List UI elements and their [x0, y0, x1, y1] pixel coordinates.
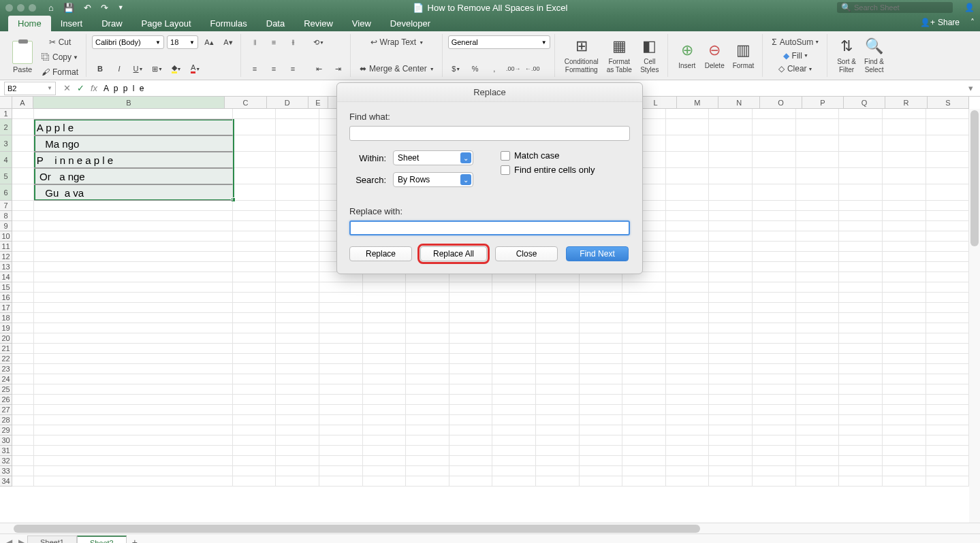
row-header-31[interactable]: 31	[0, 446, 12, 456]
col-header-E[interactable]: E	[309, 97, 328, 109]
cell[interactable]	[233, 119, 276, 135]
comma-icon[interactable]: ,	[486, 62, 503, 76]
paste-button[interactable]: Paste	[10, 39, 35, 75]
minimize-window-icon[interactable]	[17, 4, 25, 12]
cell[interactable]	[233, 109, 276, 119]
delete-cells-button[interactable]: ⊖Delete	[701, 40, 729, 71]
cell[interactable]	[666, 152, 710, 168]
row-header-14[interactable]: 14	[0, 272, 12, 282]
collapse-ribbon-icon[interactable]: ˄	[970, 18, 975, 27]
find-next-button[interactable]: Find Next	[566, 246, 629, 261]
increase-font-icon[interactable]: A▴	[201, 35, 217, 49]
row-header-21[interactable]: 21	[0, 344, 12, 354]
increase-indent-icon[interactable]: ⇥	[330, 62, 346, 76]
add-sheet-icon[interactable]: +	[127, 537, 143, 544]
format-as-table-button[interactable]: ▦Format as Table	[603, 36, 636, 76]
row-header-2[interactable]: 2	[0, 119, 12, 135]
cell[interactable]	[839, 135, 883, 152]
font-size-select[interactable]: 18▼	[167, 35, 198, 49]
cell[interactable]	[276, 109, 319, 119]
row-header-28[interactable]: 28	[0, 415, 12, 425]
row-header-6[interactable]: 6	[0, 184, 12, 201]
cell[interactable]	[883, 109, 926, 119]
orientation-icon[interactable]: ⟲▼	[311, 35, 327, 49]
row-header-19[interactable]: 19	[0, 323, 12, 333]
row-header-29[interactable]: 29	[0, 425, 12, 435]
insert-cells-button[interactable]: ⊕Insert	[674, 40, 701, 71]
cell[interactable]	[709, 168, 753, 184]
match-case-checkbox[interactable]: Match case	[501, 150, 595, 161]
increase-decimal-icon[interactable]: .00→	[505, 62, 522, 76]
row-header-9[interactable]: 9	[0, 221, 12, 231]
home-icon[interactable]: ⌂	[48, 3, 54, 13]
cell[interactable]	[883, 168, 926, 184]
close-window-icon[interactable]	[5, 4, 13, 12]
row-header-15[interactable]: 15	[0, 282, 12, 293]
tab-draw[interactable]: Draw	[92, 16, 131, 31]
col-header-A[interactable]: A	[12, 97, 33, 109]
cell[interactable]	[666, 168, 710, 184]
maximize-window-icon[interactable]	[29, 4, 36, 12]
decrease-decimal-icon[interactable]: ←.00	[524, 62, 541, 76]
copy-button[interactable]: ⿻Copy▼	[38, 50, 82, 64]
cell-A2[interactable]	[12, 119, 34, 135]
align-top-icon[interactable]: ⫴	[247, 35, 263, 49]
expand-formula-icon[interactable]: ▾	[964, 83, 977, 93]
row-header-25[interactable]: 25	[0, 384, 12, 395]
row-header-30[interactable]: 30	[0, 435, 12, 446]
clear-button[interactable]: ◇Clear▼	[768, 62, 823, 76]
merge-center-button[interactable]: ⬌Merge & Center▼	[356, 62, 438, 76]
save-icon[interactable]: 💾	[63, 3, 74, 13]
cell-A5[interactable]	[12, 168, 34, 184]
cell-A1[interactable]	[12, 109, 34, 119]
row-header-32[interactable]: 32	[0, 456, 12, 466]
cell[interactable]	[753, 109, 796, 119]
cell[interactable]	[666, 184, 710, 201]
cell[interactable]	[753, 135, 796, 152]
cut-button[interactable]: ✂Cut	[38, 35, 82, 49]
tab-review[interactable]: Review	[294, 16, 343, 31]
row-header-5[interactable]: 5	[0, 168, 12, 184]
decrease-indent-icon[interactable]: ⇤	[311, 62, 327, 76]
row-header-4[interactable]: 4	[0, 152, 12, 168]
col-header-N[interactable]: N	[718, 97, 760, 109]
cell[interactable]	[753, 152, 796, 168]
col-header-C[interactable]: C	[225, 97, 266, 109]
autosum-button[interactable]: ΣAutoSum▼	[768, 35, 823, 49]
col-header-D[interactable]: D	[267, 97, 309, 109]
font-name-select[interactable]: Calibri (Body)▼	[92, 35, 164, 49]
cell[interactable]	[233, 184, 276, 201]
cell-styles-button[interactable]: ◧Cell Styles	[636, 36, 663, 76]
row-header-18[interactable]: 18	[0, 313, 12, 323]
align-bottom-icon[interactable]: ⫵	[285, 35, 301, 49]
cell[interactable]	[883, 184, 926, 201]
percent-icon[interactable]: %	[467, 62, 484, 76]
close-button[interactable]: Close	[495, 246, 558, 261]
number-format-select[interactable]: General▼	[448, 35, 550, 49]
fill-color-button[interactable]: ◆▼	[168, 62, 185, 76]
currency-icon[interactable]: $▼	[448, 62, 464, 76]
cell[interactable]	[883, 119, 926, 135]
replace-with-input[interactable]	[349, 220, 630, 235]
name-box[interactable]: B2▼	[4, 82, 56, 95]
sheet-tab-2[interactable]: Sheet2	[77, 536, 127, 544]
cell[interactable]	[796, 168, 840, 184]
row-header-20[interactable]: 20	[0, 333, 12, 344]
tab-developer[interactable]: Developer	[381, 16, 440, 31]
share-button[interactable]: 👤+Share	[920, 18, 960, 27]
cell[interactable]	[709, 135, 753, 152]
cell-A3[interactable]	[12, 135, 34, 152]
cell[interactable]	[276, 152, 319, 168]
border-button[interactable]: ⊞▼	[149, 62, 165, 76]
row-header-16[interactable]: 16	[0, 293, 12, 303]
user-icon[interactable]: 👤	[964, 3, 975, 12]
cell[interactable]	[796, 184, 840, 201]
cell[interactable]	[233, 152, 276, 168]
cell[interactable]	[839, 152, 883, 168]
prev-sheet-icon[interactable]: ◀	[3, 538, 15, 544]
vscroll-thumb[interactable]	[970, 110, 979, 246]
cell[interactable]	[926, 135, 970, 152]
entire-cells-checkbox[interactable]: Find entire cells only	[501, 165, 595, 175]
cell[interactable]	[666, 135, 710, 152]
cell-B2[interactable]: A p p l e	[34, 119, 233, 135]
